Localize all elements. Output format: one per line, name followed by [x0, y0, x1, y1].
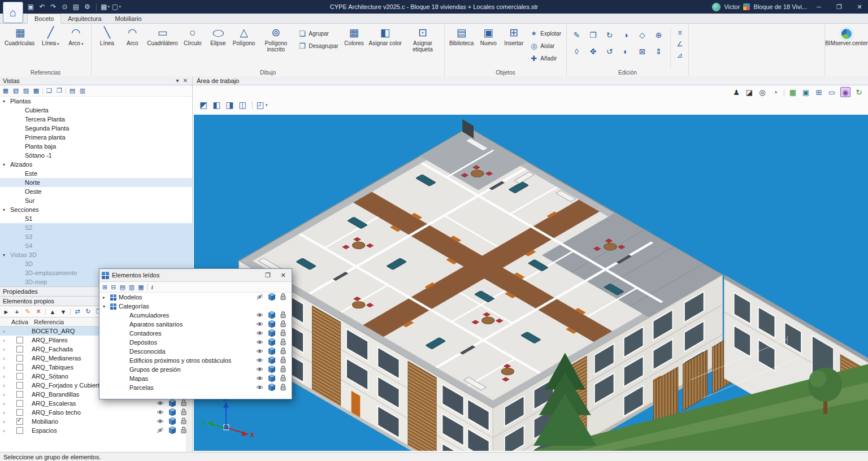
dialog-tree-row[interactable]: ▸ Modelos	[99, 293, 292, 302]
cube-3d-icon[interactable]	[268, 384, 275, 392]
row-chevron-icon[interactable]: ›	[0, 355, 8, 362]
move-icon[interactable]: ✥	[586, 44, 600, 58]
print-icon[interactable]: ▤	[71, 2, 81, 12]
elementos-leidos-dialog[interactable]: Elementos leídos ❐ ✕ ⊞ ⊟ ▤ ▥ ▦ i ▸ Model…	[99, 268, 292, 399]
row-chevron-icon[interactable]: ›	[0, 346, 8, 353]
panel-collapse-icon[interactable]: ▾	[173, 77, 181, 84]
vista-row[interactable]: Sur	[0, 196, 192, 205]
maximize-button[interactable]: ❐	[831, 0, 848, 14]
cuadriculas-button[interactable]: ▦ Cuadrículas	[3, 25, 37, 49]
tab-boceto[interactable]: Boceto	[27, 14, 61, 24]
linea-ref-button[interactable]: ╱ Línea▾	[38, 25, 63, 49]
lock-icon[interactable]	[280, 320, 286, 329]
separator[interactable]	[70, 308, 71, 315]
vista-row[interactable]: Primera planta	[0, 133, 192, 142]
arco-button[interactable]: ◠ Arco	[120, 25, 145, 48]
lock-icon[interactable]	[181, 427, 186, 435]
swap-icon[interactable]: ⇄	[73, 308, 81, 316]
visibility-eye-icon[interactable]	[157, 400, 164, 407]
user-avatar-icon[interactable]	[712, 3, 721, 11]
3d-model-canvas[interactable]: Z X Y	[194, 115, 868, 451]
lock-icon[interactable]	[280, 384, 286, 392]
trim-icon[interactable]: ⊠	[635, 44, 649, 58]
separator[interactable]	[252, 101, 253, 109]
vista-row[interactable]: Norte	[0, 178, 192, 187]
cube-3d-icon[interactable]	[268, 329, 275, 338]
dialog-tree-row[interactable]: Desconocida	[99, 347, 292, 356]
stretch-icon[interactable]: ⇕	[652, 44, 666, 58]
activa-checkbox[interactable]	[16, 364, 23, 371]
app-logo-icon[interactable]: ⌂	[3, 2, 23, 23]
orbit-icon[interactable]: ◔	[771, 88, 780, 97]
rotate-icon[interactable]: ↻	[602, 28, 617, 42]
hide-elements-icon[interactable]: ◎	[758, 88, 767, 97]
dialog-tree-row[interactable]: Grupos de presión	[99, 365, 292, 374]
list-mode-icon[interactable]: ▤	[119, 284, 125, 291]
vista-row[interactable]: 3D	[0, 259, 192, 268]
cube-3d-icon[interactable]	[169, 417, 176, 426]
cube-mode-icon[interactable]: ▦	[138, 284, 144, 291]
cube-3d-icon[interactable]	[268, 338, 275, 347]
dialog-maximize-button[interactable]: ❐	[262, 270, 274, 280]
vista-row[interactable]: Sótano -1	[0, 151, 192, 160]
project-name[interactable]: Bloque de 18 Vivi...	[753, 3, 807, 10]
view-3d-icon[interactable]: ▦	[2, 87, 10, 95]
mirror-icon[interactable]: ◑	[619, 28, 633, 42]
activa-checkbox[interactable]	[16, 337, 23, 343]
cube-3d-icon[interactable]	[268, 356, 275, 365]
cube-3d-icon[interactable]	[268, 311, 275, 320]
dialog-tree-row[interactable]: Mapas	[99, 374, 292, 383]
tree-chevron-icon[interactable]: ▾	[3, 253, 10, 258]
vista-row[interactable]: ▾ Plantas	[0, 97, 192, 106]
panel-close-icon[interactable]: ✕	[181, 77, 189, 84]
monitor-icon[interactable]: ▭	[827, 88, 836, 97]
arco-ref-button[interactable]: ◠ Arco▾	[63, 25, 88, 49]
row-chevron-icon[interactable]: ›	[0, 410, 8, 416]
dialog-tree-row[interactable]: Edificios próximos y otros obstáculos	[99, 356, 292, 365]
separator[interactable]	[96, 3, 97, 11]
dialog-tree-row[interactable]: Acumuladores	[99, 311, 292, 320]
circulo-button[interactable]: ○ Círculo	[180, 25, 205, 48]
duplicate-view-icon[interactable]: ❐	[55, 87, 63, 95]
visibility-eye-icon[interactable]	[256, 339, 263, 346]
lock-icon[interactable]	[280, 347, 286, 356]
cube-3d-icon[interactable]	[268, 320, 275, 329]
activa-checkbox[interactable]	[16, 391, 23, 398]
settings-icon[interactable]: ⚙	[83, 2, 93, 12]
vista-row[interactable]: S2	[0, 223, 192, 232]
visibility-eye-icon[interactable]	[256, 384, 263, 392]
vista-row[interactable]: Planta baja	[0, 142, 192, 151]
tree-chevron-icon[interactable]: ▸	[103, 295, 110, 300]
insertar-button[interactable]: ⊞ Insertar	[501, 25, 526, 48]
separator[interactable]	[66, 88, 66, 94]
linea-button[interactable]: ╲ Línea	[94, 25, 119, 48]
dialog-tree-row[interactable]: ▾ Categorías	[99, 302, 292, 311]
activa-checkbox[interactable]	[16, 400, 23, 407]
separator[interactable]	[784, 89, 784, 96]
tab-mobiliario[interactable]: Mobiliario	[108, 14, 149, 23]
edit-row-icon[interactable]: ✎	[24, 308, 32, 316]
visibility-eye-icon[interactable]	[256, 375, 263, 382]
layout-menu-icon[interactable]: ▢▾	[111, 2, 121, 12]
vista-row[interactable]: Este	[0, 169, 192, 178]
elemento-row[interactable]: › ARQ_Falso techo	[0, 408, 192, 417]
model-menu-icon[interactable]: ▦▾	[100, 2, 110, 12]
explotar-button[interactable]: ✶ Explotar	[527, 28, 563, 39]
row-chevron-icon[interactable]: ›	[0, 401, 8, 407]
separator[interactable]	[42, 88, 43, 94]
lock-icon[interactable]	[280, 366, 286, 374]
move-up-icon[interactable]: ▲	[49, 308, 57, 316]
row-chevron-icon[interactable]: ›	[0, 392, 8, 398]
walkthrough-icon[interactable]: ♟	[732, 88, 741, 97]
activa-checkbox[interactable]	[16, 373, 23, 380]
lock-icon[interactable]	[181, 417, 186, 426]
solid-mode-icon[interactable]: ◪	[745, 88, 754, 97]
redo-icon[interactable]: ↷	[49, 2, 59, 12]
cube-3d-icon[interactable]	[169, 427, 176, 435]
dialog-tree-row[interactable]: Aparatos sanitarios	[99, 320, 292, 329]
close-button[interactable]: ✕	[851, 0, 868, 14]
row-chevron-icon[interactable]: ›	[0, 428, 8, 434]
view-3d-edit-icon[interactable]: ▧	[12, 87, 20, 95]
cube-3d-icon[interactable]	[268, 375, 275, 383]
cuadrilatero-button[interactable]: ▭ Cuadrilátero	[145, 25, 179, 48]
